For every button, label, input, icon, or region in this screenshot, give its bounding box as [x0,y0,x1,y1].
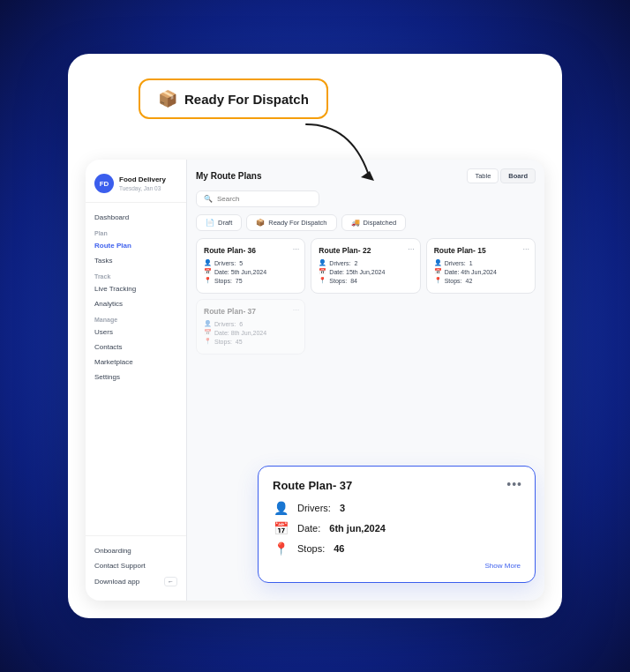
box-icon: 📦 [158,89,177,108]
route-card-menu[interactable]: ··· [293,305,300,314]
sidebar-label: Tasks [94,257,112,265]
route-card-stops: 📍 Stops: 84 [319,277,412,284]
search-input[interactable] [217,195,311,203]
filter-tab-ready[interactable]: 📦 Ready For Dispatch [246,214,336,231]
route-card-menu[interactable]: ··· [522,244,529,253]
sidebar-label: Route Plan [94,242,131,250]
ready-icon: 📦 [256,219,265,227]
app-card: FD Food Delivery Tuesday, Jan 03 Dashboa… [86,160,544,601]
route-card-drivers: 👤 Drivers: 2 [319,259,412,266]
sidebar: FD Food Delivery Tuesday, Jan 03 Dashboa… [86,160,187,601]
drivers-icon: 👤 [434,259,441,266]
main-header: My Route Plans Table Board [196,168,536,183]
popup-date-value: 6th jun,2024 [329,523,386,534]
board-view-button[interactable]: Board [500,168,536,183]
stops-icon: 📍 [204,338,211,345]
route-card-22: Route Plan- 22 ··· 👤 Drivers: 2 📅 Date: … [311,238,420,294]
download-icon: ← [164,577,177,586]
sidebar-item-dashboard[interactable]: Dashboard [86,210,186,225]
outer-card: 📦 Ready For Dispatch FD Food Delivery Tu… [68,54,562,618]
route-card-drivers: 👤 Drivers: 6 [204,320,297,327]
route-card-37-small: Route Plan- 37 ··· 👤 Drivers: 6 📅 Date: … [196,299,305,355]
sidebar-item-download-app[interactable]: Download app ← [86,573,186,590]
route-card-menu[interactable]: ··· [408,244,415,253]
stops-icon: 📍 [319,277,326,284]
route-card-36: Route Plan- 36 ··· 👤 Drivers: 5 📅 Date: … [196,238,305,294]
sidebar-label: Download app [94,578,139,586]
popup-stops-label: Stops: [297,543,325,554]
main-title: My Route Plans [196,171,261,181]
route-card-stops: 📍 Stops: 42 [434,277,528,284]
filter-tabs: 📄 Draft 📦 Ready For Dispatch 🚚 Dispatche… [196,214,536,231]
sidebar-label: Users [94,328,113,336]
date-icon: 📅 [434,268,441,275]
draft-icon: 📄 [206,219,214,227]
sidebar-section-plan: Plan [86,225,186,238]
sidebar-header: FD Food Delivery Tuesday, Jan 03 [86,170,186,203]
filter-tab-draft[interactable]: 📄 Draft [196,214,242,231]
sidebar-label: Contacts [94,343,123,351]
sidebar-item-route-plan[interactable]: Route Plan [86,238,186,253]
dispatch-badge: 📦 Ready For Dispatch [139,78,328,119]
popup-drivers-label: Drivers: [297,503,331,513]
popup-date-row: 📅 Date: 6th jun,2024 [273,521,521,535]
popup-title: Route Plan- 37 [273,479,521,492]
route-card-title: Route Plan- 36 [204,246,297,255]
popup-drivers-icon: 👤 [273,501,289,515]
drivers-icon: 👤 [319,259,326,266]
sidebar-label: Settings [94,373,120,381]
sidebar-item-live-tracking[interactable]: Live Tracking [86,281,186,296]
drivers-icon: 👤 [204,259,211,266]
sidebar-item-onboarding[interactable]: Onboarding [86,543,186,558]
sidebar-item-contacts[interactable]: Contacts [86,340,186,355]
main-content: My Route Plans Table Board 🔍 📄 Draft 📦 R… [187,160,544,601]
sidebar-label: Dashboard [94,213,129,221]
date-icon: 📅 [319,268,326,275]
popup-date-icon: 📅 [273,521,289,535]
route-card-title: Route Plan- 22 [319,246,412,255]
table-view-button[interactable]: Table [467,168,499,183]
drivers-icon: 👤 [204,320,211,327]
sidebar-item-users[interactable]: Users [86,325,186,340]
search-bar[interactable]: 🔍 [196,190,319,207]
view-toggle: Table Board [467,168,536,183]
sidebar-item-tasks[interactable]: Tasks [86,253,186,268]
popup-drivers-row: 👤 Drivers: 3 [273,501,521,515]
sidebar-label: Onboarding [94,547,131,555]
date-icon: 📅 [204,268,211,275]
popup-drivers-value: 3 [340,503,345,513]
route-card-drivers: 👤 Drivers: 1 [434,259,528,266]
company-name: Food Delivery [119,175,166,184]
draft-label: Draft [218,219,232,227]
sidebar-section-manage: Manage [86,311,186,325]
dispatched-label: Dispatched [364,219,397,227]
avatar: FD [94,174,114,193]
popup-menu-button[interactable]: ••• [506,477,522,491]
stops-icon: 📍 [434,277,441,284]
route-card-date: 📅 Date: 8th Jun,2024 [204,329,297,336]
sidebar-label: Marketplace [94,358,133,366]
show-more-link[interactable]: Show More [273,562,521,570]
popup-stops-value: 46 [334,543,344,554]
sidebar-label: Analytics [94,300,123,308]
sidebar-item-marketplace[interactable]: Marketplace [86,355,186,370]
search-icon: 🔍 [204,195,213,203]
route-card-menu[interactable]: ··· [293,244,300,253]
sidebar-section-track: Track [86,268,186,281]
badge-label: Ready For Dispatch [184,92,309,107]
filter-tab-dispatched[interactable]: 🚚 Dispatched [341,214,407,231]
popup-date-label: Date: [297,523,320,534]
route-card-title: Route Plan- 15 [434,246,528,255]
route-card-15: Route Plan- 15 ··· 👤 Drivers: 1 📅 Date: … [426,238,536,294]
route-card-title: Route Plan- 37 [204,307,297,316]
sidebar-item-analytics[interactable]: Analytics [86,296,186,311]
route-grid: Route Plan- 36 ··· 👤 Drivers: 5 📅 Date: … [196,238,536,355]
popup-stops-row: 📍 Stops: 46 [273,541,521,556]
route-card-date: 📅 Date: 5th Jun,2024 [204,268,297,275]
sidebar-item-contact-support[interactable]: Contact Support [86,558,186,573]
sidebar-date: Tuesday, Jan 03 [119,185,166,191]
sidebar-label: Live Tracking [94,285,136,293]
sidebar-label: Contact Support [94,562,146,570]
sidebar-item-settings[interactable]: Settings [86,370,186,385]
popup-card: Route Plan- 37 ••• 👤 Drivers: 3 📅 Date: … [258,466,536,583]
